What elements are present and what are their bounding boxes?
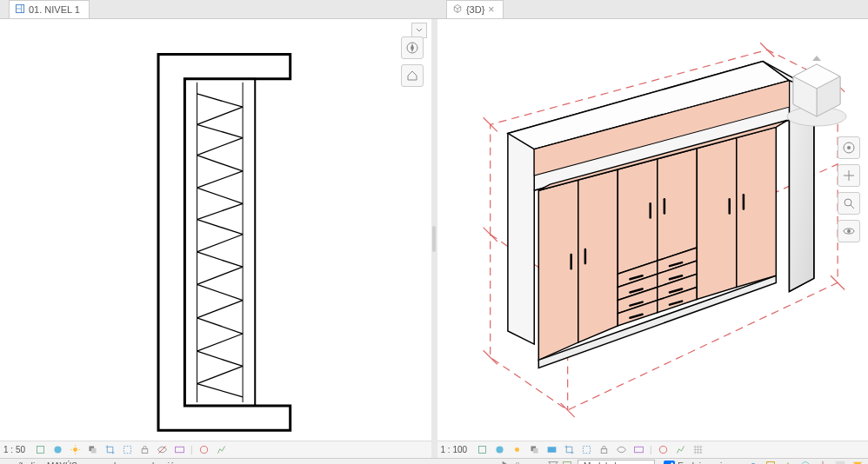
svg-point-82 [660,447,667,454]
svg-line-12 [197,188,244,203]
separator: | [650,445,652,454]
nav-tools [398,36,426,87]
svg-line-24 [197,384,244,397]
render-icon[interactable] [544,443,558,457]
svg-line-11 [197,171,244,188]
scale-selector[interactable]: 1 : 100 [441,445,468,454]
reveal-icon[interactable] [631,443,645,457]
model-selector[interactable]: Modelo base [578,460,655,464]
detail-icon[interactable] [475,443,489,457]
sb-filter-icon[interactable] [546,459,560,464]
tab-close-button[interactable]: × [488,3,494,16]
orbit-icon[interactable] [838,220,860,242]
svg-line-16 [197,252,244,267]
view-controlbar-right: 1 : 100 | [437,441,869,458]
svg-line-17 [197,267,244,284]
svg-line-43 [483,117,497,131]
home-icon[interactable] [401,64,424,87]
sb-filter2-icon[interactable] [851,459,865,464]
svg-line-20 [197,318,244,334]
svg-line-21 [197,334,244,351]
crop-icon[interactable] [562,443,576,457]
sb-link-icon[interactable] [746,459,760,464]
svg-point-27 [54,447,61,454]
steering-wheel-icon[interactable] [838,136,860,159]
viewport-splitter[interactable] [431,19,437,458]
svg-rect-26 [37,447,43,454]
sb-box-icon[interactable] [560,459,574,464]
svg-line-70 [851,205,854,209]
svg-line-18 [197,284,244,300]
reveal-icon[interactable] [172,443,186,457]
visualstyle-icon[interactable] [50,443,64,457]
statusbar: ra añadir y MAYÚS para anular una selecc… [0,458,868,464]
analytical-icon[interactable] [215,443,229,457]
svg-point-68 [847,146,851,149]
svg-rect-73 [478,447,485,454]
compass-icon[interactable] [401,36,424,59]
sb-bg-icon[interactable] [833,459,847,464]
sb-select2-icon[interactable] [764,459,778,464]
viewport-3d: 1 : 100 | [437,19,869,458]
sb-pin-icon[interactable] [816,459,830,464]
svg-line-22 [197,351,244,366]
exclude-options-checkbox[interactable]: Excluir opciones [664,461,741,464]
tab-nivel1[interactable]: 01. NIVEL 1 [9,0,90,18]
exclude-checkbox-input[interactable] [664,461,675,464]
svg-point-28 [73,447,77,452]
cropshow-icon[interactable] [120,443,134,457]
visualstyle-icon[interactable] [492,443,506,457]
tab-label: {3D} [466,4,484,15]
sb-face-icon[interactable] [781,459,795,464]
svg-line-10 [197,156,244,171]
svg-rect-34 [90,448,96,454]
plan-drawing [0,19,431,441]
svg-line-48 [560,403,574,417]
hide-icon[interactable] [155,443,169,457]
sunpath-icon[interactable] [68,443,82,457]
view-tabs: 01. NIVEL 1 {3D} × [0,0,868,19]
plan-canvas[interactable] [0,19,431,441]
svg-rect-36 [142,449,148,454]
svg-point-39 [201,447,208,454]
zoom-icon[interactable] [838,192,860,215]
svg-point-72 [847,229,851,233]
viewport-plan: 1 : 50 | [0,19,431,458]
svg-rect-3 [184,79,255,406]
svg-line-8 [197,124,244,137]
analytical-icon[interactable] [674,443,688,457]
crop-icon[interactable] [103,443,117,457]
sb-drag-icon[interactable] [798,459,812,464]
sunpath-icon[interactable] [510,443,524,457]
svg-line-7 [197,107,244,124]
nav-tools [835,136,863,242]
grid-icon[interactable] [691,443,705,457]
svg-line-47 [831,275,845,289]
svg-rect-38 [175,447,184,454]
hide-icon[interactable] [614,443,628,457]
tab-3d[interactable]: {3D} × [446,0,504,18]
svg-point-69 [845,199,851,206]
lock-icon[interactable] [597,443,611,457]
3d-canvas[interactable] [437,19,869,441]
shadows-icon[interactable] [527,443,541,457]
floorplan-icon [15,3,25,16]
viewports: 1 : 50 | [0,19,868,458]
svg-rect-80 [601,449,607,454]
sb-select-icon[interactable] [499,459,513,464]
svg-line-13 [197,203,244,219]
svg-line-15 [197,235,244,252]
shadows-icon[interactable] [85,443,99,457]
viewcube[interactable] [778,54,856,132]
tab-label: 01. NIVEL 1 [29,4,80,15]
cropshow-icon[interactable] [579,443,593,457]
lock-icon[interactable] [137,443,151,457]
statusbar-right-tools [746,459,865,464]
svg-rect-78 [547,447,556,454]
pan-icon[interactable] [838,164,860,187]
constraints-icon[interactable] [197,443,211,457]
detail-icon[interactable] [33,443,47,457]
svg-line-14 [197,220,244,235]
constraints-icon[interactable] [657,443,671,457]
scale-selector[interactable]: 1 : 50 [3,445,25,454]
